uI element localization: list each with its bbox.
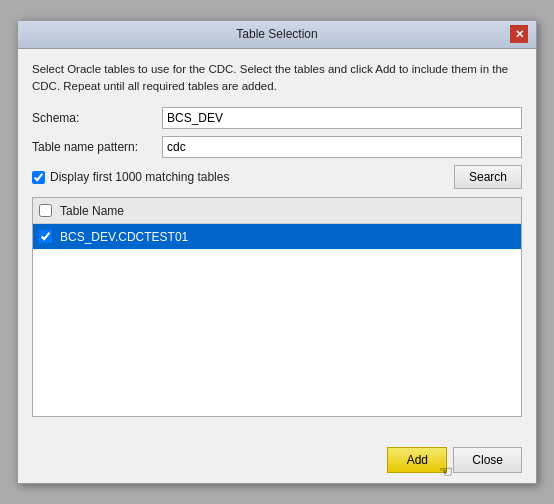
table-header: Table Name: [33, 198, 521, 224]
close-button[interactable]: Close: [453, 447, 522, 473]
display-checkbox[interactable]: [32, 171, 45, 184]
description-text: Select Oracle tables to use for the CDC.…: [32, 61, 522, 96]
table-pattern-label: Table name pattern:: [32, 140, 162, 154]
schema-label: Schema:: [32, 111, 162, 125]
schema-row: Schema: BCS_DEV: [32, 107, 522, 129]
table-row-checkbox[interactable]: [39, 230, 52, 243]
add-button[interactable]: Add: [387, 447, 447, 473]
dialog-body: Select Oracle tables to use for the CDC.…: [18, 49, 536, 442]
table-row-name: BCS_DEV.CDCTEST01: [60, 230, 188, 244]
add-button-wrapper: Add ☞: [387, 447, 447, 473]
search-button[interactable]: Search: [454, 165, 522, 189]
display-checkbox-label: Display first 1000 matching tables: [50, 170, 454, 184]
table-row[interactable]: BCS_DEV.CDCTEST01: [33, 224, 521, 250]
table-column-header: Table Name: [60, 204, 124, 218]
table-container: Table Name BCS_DEV.CDCTEST01: [32, 197, 522, 417]
close-title-button[interactable]: ✕: [510, 25, 528, 43]
dialog-footer: Add ☞ Close: [18, 441, 536, 483]
schema-select[interactable]: BCS_DEV: [162, 107, 522, 129]
title-bar: Table Selection ✕: [18, 21, 536, 49]
table-pattern-row: Table name pattern:: [32, 136, 522, 158]
table-selection-dialog: Table Selection ✕ Select Oracle tables t…: [17, 20, 537, 485]
schema-select-wrapper: BCS_DEV: [162, 107, 522, 129]
table-header-checkbox[interactable]: [39, 204, 52, 217]
table-pattern-input[interactable]: [162, 136, 522, 158]
display-checkbox-row: Display first 1000 matching tables Searc…: [32, 165, 522, 189]
dialog-title: Table Selection: [44, 27, 510, 41]
